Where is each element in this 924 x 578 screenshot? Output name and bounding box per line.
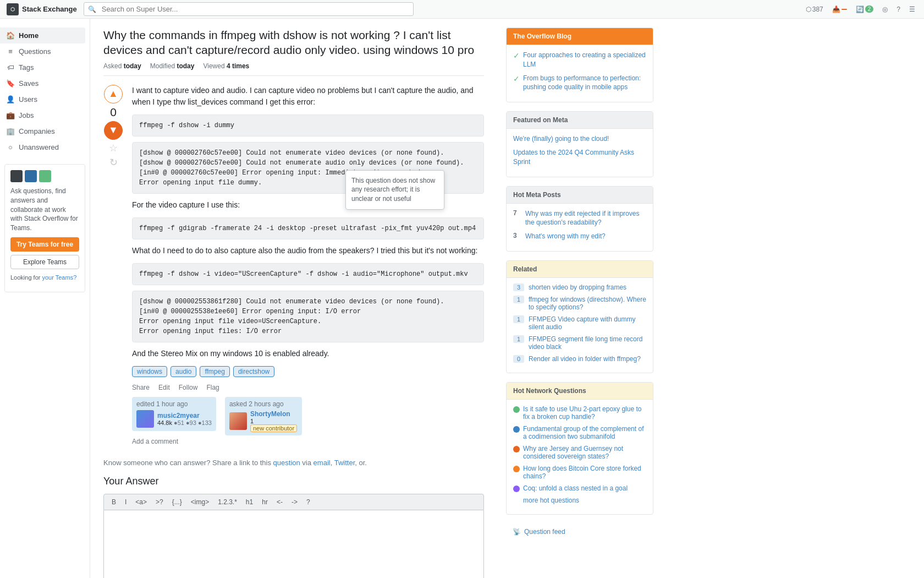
sidebar-item-users[interactable]: 👤 Users (0, 91, 85, 107)
tag-audio[interactable]: audio (170, 366, 196, 377)
email-link[interactable]: email (314, 459, 331, 467)
sidebar-item-saves-label: Saves (19, 79, 38, 88)
follow-link[interactable]: Follow (179, 384, 198, 391)
search-bar: 🔍 (84, 2, 414, 16)
undo-button[interactable]: <- (273, 497, 286, 508)
question-link[interactable]: question (273, 459, 300, 467)
teams-logo-1 (10, 170, 23, 182)
image-button[interactable]: <img> (188, 497, 212, 508)
question-feed[interactable]: 📡 Question feed (506, 524, 653, 540)
hot-net-dot-4 (513, 466, 520, 472)
tags-container: windows audio ffmpeg directshow (132, 366, 484, 377)
post-content: I want to capture video and audio. I can… (132, 85, 484, 448)
your-teams-link[interactable]: your Teams? (42, 274, 77, 281)
overflow-blog-link-1[interactable]: Four approaches to creating a specialize… (523, 51, 646, 69)
editor-name[interactable]: music2myear (157, 412, 212, 419)
help-button[interactable]: ? (303, 497, 314, 508)
hot-meta-link-2[interactable]: What's wrong with my edit? (525, 232, 606, 241)
sidebar-item-unanswered[interactable]: ○ Unanswered (0, 139, 85, 155)
new-contributor-badge: new contributor (250, 424, 297, 432)
overflow-blog-item-1: ✓ Four approaches to creating a speciali… (513, 51, 646, 69)
related-link-4[interactable]: FFMPEG segment file long time record vid… (529, 335, 646, 351)
hot-meta-count-2: 3 (513, 232, 522, 239)
logo[interactable]: ⬡ Stack Exchange (7, 3, 77, 15)
code-block-3: ffmpeg -f dshow -i video="UScreenCapture… (132, 263, 484, 285)
viewed-meta: Viewed 4 times (203, 62, 249, 70)
tag-directshow[interactable]: directshow (233, 366, 274, 377)
related-link-5[interactable]: Render all video in folder with ffmpeg? (529, 355, 641, 363)
editor-avatar-img (136, 410, 154, 428)
sidebar-item-jobs[interactable]: 💼 Jobs (0, 107, 85, 123)
related-box: Related 3 shorten video by dropping fram… (506, 260, 653, 373)
overflow-blog-link-2[interactable]: From bugs to performance to perfection: … (523, 74, 646, 92)
code-button[interactable]: {...} (169, 497, 185, 508)
asked-meta: Asked today (103, 62, 141, 70)
home-icon: 🏠 (7, 32, 14, 40)
related-item-2: 1 ffmpeg for windows (directshow). Where… (513, 296, 646, 311)
hot-net-link-3[interactable]: Why are Jersey and Guernsey not consider… (523, 445, 646, 460)
hot-net-link-1[interactable]: Is it safe to use Uhu 2-part epoxy glue … (523, 405, 646, 421)
hot-meta-link-1[interactable]: Why was my edit rejected if it improves … (525, 209, 646, 228)
related-item-1: 3 shorten video by dropping frames (513, 283, 646, 291)
featured-meta-body: We're (finally) going to the cloud! Upda… (507, 129, 653, 176)
twitter-link[interactable]: Twitter (334, 459, 355, 467)
asker-card-header: asked 2 hours ago (229, 400, 298, 408)
editor-details: music2myear 44.8k ●51 ●93 ●133 (157, 412, 212, 426)
hot-net-link-2[interactable]: Fundamental group of the complement of a… (523, 425, 646, 440)
achievements-icon[interactable]: ⬡ 387 (804, 4, 826, 14)
related-count-1: 3 (513, 283, 524, 291)
redo-button[interactable]: -> (288, 497, 301, 508)
help-icon[interactable]: ? (894, 4, 903, 14)
italic-button[interactable]: I (122, 497, 130, 508)
teams-logos (10, 170, 79, 182)
meta-icon[interactable]: ◎ (880, 4, 890, 14)
related-link-3[interactable]: FFMPEG Video capture with dummy silent a… (529, 315, 646, 331)
history-icon[interactable]: ↻ (109, 156, 118, 168)
link-button[interactable]: <a> (132, 497, 150, 508)
related-link-2[interactable]: ffmpeg for windows (directshow). Where t… (529, 296, 646, 311)
sidebar-item-saves[interactable]: 🔖 Saves (0, 75, 85, 91)
heading-button[interactable]: h1 (243, 497, 256, 508)
featured-meta-link-1[interactable]: We're (finally) going to the cloud! (513, 134, 609, 144)
review-icon[interactable]: 🔄 2 (854, 4, 876, 14)
tags-icon: 🏷 (7, 64, 14, 72)
search-input[interactable] (84, 2, 414, 16)
flag-link[interactable]: Flag (206, 384, 219, 391)
hot-meta-item-2: 3 What's wrong with my edit? (513, 232, 646, 241)
questions-icon: ≡ (7, 48, 14, 56)
sidebar-item-companies[interactable]: 🏢 Companies (0, 123, 85, 139)
answer-editor[interactable] (103, 510, 484, 578)
hot-net-item-1: Is it safe to use Uhu 2-part epoxy glue … (513, 405, 646, 421)
question-feed-link[interactable]: Question feed (524, 528, 565, 536)
list-button[interactable]: 1.2.3.* (215, 497, 240, 508)
right-sidebar: The Overflow Blog ✓ Four approaches to c… (497, 19, 662, 578)
featured-meta-link-2[interactable]: Updates to the 2024 Q4 Community Asks Sp… (513, 148, 646, 167)
upvote-button[interactable]: ▲ (104, 85, 123, 103)
hot-net-link-5[interactable]: Coq: unfold a class nested in a goal (523, 484, 628, 492)
sidebar-item-tags[interactable]: 🏷 Tags (0, 59, 85, 75)
share-link[interactable]: Share (132, 384, 150, 391)
hot-net-link-4[interactable]: How long does Bitcoin Core store forked … (523, 465, 646, 480)
explore-teams-button[interactable]: Explore Teams (10, 255, 79, 269)
bold-button[interactable]: B (108, 497, 119, 508)
tag-windows[interactable]: windows (132, 366, 167, 377)
sidebar-item-questions[interactable]: ≡ Questions (0, 43, 85, 59)
asker-name[interactable]: ShortyMelon (250, 410, 297, 418)
help-symbol: ? (897, 6, 900, 13)
hamburger-icon[interactable]: ☰ (907, 4, 917, 14)
blockquote-button[interactable]: >? (152, 497, 167, 508)
downvote-button[interactable]: ▼ (104, 121, 123, 140)
rule-button[interactable]: hr (258, 497, 271, 508)
bookmark-icon[interactable]: ☆ (109, 142, 118, 154)
inbox-icon[interactable]: 📥 (830, 4, 849, 14)
sidebar-item-home[interactable]: 🏠 Home (0, 28, 85, 43)
editor-avatar (136, 410, 154, 428)
hot-meta-box: Hot Meta Posts 7 Why was my edit rejecte… (506, 186, 653, 252)
related-link-1[interactable]: shorten video by dropping frames (529, 283, 626, 291)
edit-link[interactable]: Edit (158, 384, 170, 391)
related-body: 3 shorten video by dropping frames 1 ffm… (507, 278, 653, 373)
try-teams-button[interactable]: Try Teams for free (10, 237, 79, 252)
add-comment-link[interactable]: Add a comment (132, 435, 178, 448)
more-hot-questions-link[interactable]: more hot questions (523, 497, 579, 504)
tag-ffmpeg[interactable]: ffmpeg (200, 366, 229, 377)
